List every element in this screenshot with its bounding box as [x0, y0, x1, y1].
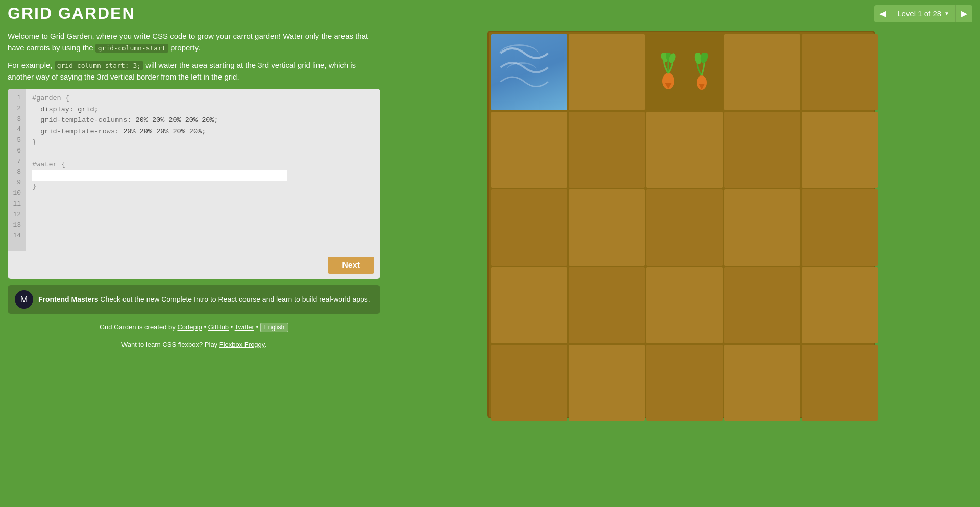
code-line-4: grid-template-rows: 20% 20% 20% 20% 20%; [32, 126, 374, 137]
grid-cell-5-5 [802, 345, 878, 421]
carrot-2 [689, 53, 715, 91]
code-line-7: #water { [32, 159, 374, 170]
level-nav: ◀ Level 1 of 28 ▼ ▶ [874, 5, 972, 22]
grid-cell-1-1 [491, 34, 567, 110]
grid-cell-1-4 [724, 34, 800, 110]
code-line-10 [32, 192, 374, 204]
code-line-2: display: grid; [32, 104, 374, 115]
code-input[interactable] [32, 170, 287, 181]
dropdown-arrow-icon: ▼ [944, 11, 949, 16]
code-line-11 [32, 203, 374, 214]
next-level-button[interactable]: ▶ [956, 5, 972, 22]
grid-cell-4-2 [569, 267, 645, 343]
app-title: GRID GARDEN [8, 4, 135, 23]
github-link[interactable]: GitHub [208, 323, 229, 331]
plants-container [646, 34, 722, 110]
garden-grid-container [487, 31, 875, 418]
footer-links: Grid Garden is created by Codepip • GitH… [8, 320, 380, 333]
grid-cell-4-1 [491, 267, 567, 343]
grid-cell-2-2 [569, 112, 645, 188]
banner: M Frontend Masters Check out the new Com… [8, 285, 380, 314]
grid-cell-2-5 [802, 112, 878, 188]
grid-cell-2-4 [724, 112, 800, 188]
banner-text: Frontend Masters Check out the new Compl… [38, 295, 370, 303]
footer-tagline: Want to learn CSS flexbox? Play Flexbox … [8, 339, 380, 352]
right-panel [390, 31, 972, 499]
grid-cell-5-2 [569, 345, 645, 421]
level-text: Level 1 of 28 [897, 9, 941, 18]
grid-cell-5-3 [646, 345, 722, 421]
grid-cell-3-5 [802, 189, 878, 265]
code-line-5: } [32, 137, 374, 148]
grid-cell-3-3 [646, 189, 722, 265]
grid-cell-1-5 [802, 34, 878, 110]
language-button[interactable]: English [260, 323, 288, 332]
flexbox-froggy-link[interactable]: Flexbox Froggy [219, 341, 265, 348]
level-display[interactable]: Level 1 of 28 ▼ [891, 5, 956, 22]
code-line-3: grid-template-columns: 20% 20% 20% 20% 2… [32, 115, 374, 126]
codepip-link[interactable]: Codepip [177, 323, 202, 331]
code-line-9: } [32, 181, 374, 192]
code-content: #garden { display: grid; grid-template-c… [26, 89, 380, 251]
code-line-8 [32, 170, 374, 181]
inline-code-2: grid-column-start: 3; [55, 61, 143, 70]
grid-cell-3-2 [569, 189, 645, 265]
grid-cell-4-4 [724, 267, 800, 343]
code-line-14 [32, 236, 374, 247]
svg-text:M: M [20, 294, 28, 305]
line-numbers: 12345 678910 11121314 [8, 89, 26, 251]
description-intro: Welcome to Grid Garden, where you write … [8, 31, 380, 54]
grid-cell-2-1 [491, 112, 567, 188]
inline-code-1: grid-column-start [95, 44, 168, 53]
grid-cell-3-4 [724, 189, 800, 265]
carrot-1 [654, 53, 682, 91]
header: GRID GARDEN ◀ Level 1 of 28 ▼ ▶ [0, 0, 980, 23]
description-example: For example, grid-column-start: 3; will … [8, 60, 380, 83]
grid-cell-2-3 [646, 112, 722, 188]
banner-icon: M [15, 290, 33, 309]
code-line-13 [32, 225, 374, 237]
grid-cell-4-3 [646, 267, 722, 343]
code-line-12 [32, 214, 374, 225]
grid-cell-1-2 [569, 34, 645, 110]
editor-footer: Next [8, 251, 380, 279]
code-lines: 12345 678910 11121314 #garden { display:… [8, 89, 380, 251]
grid-cell-5-1 [491, 345, 567, 421]
code-line-1: #garden { [32, 93, 374, 104]
grid-cell-1-3 [646, 34, 722, 110]
code-line-6 [32, 148, 374, 159]
grid-cell-5-4 [724, 345, 800, 421]
left-panel: Welcome to Grid Garden, where you write … [8, 31, 380, 499]
prev-level-button[interactable]: ◀ [874, 5, 891, 22]
next-button[interactable]: Next [328, 257, 374, 274]
twitter-link[interactable]: Twitter [235, 323, 254, 331]
main-layout: Welcome to Grid Garden, where you write … [0, 23, 980, 507]
grid-cell-3-1 [491, 189, 567, 265]
garden-grid [491, 34, 872, 415]
grid-cell-4-5 [802, 267, 878, 343]
code-editor: 12345 678910 11121314 #garden { display:… [8, 89, 380, 279]
